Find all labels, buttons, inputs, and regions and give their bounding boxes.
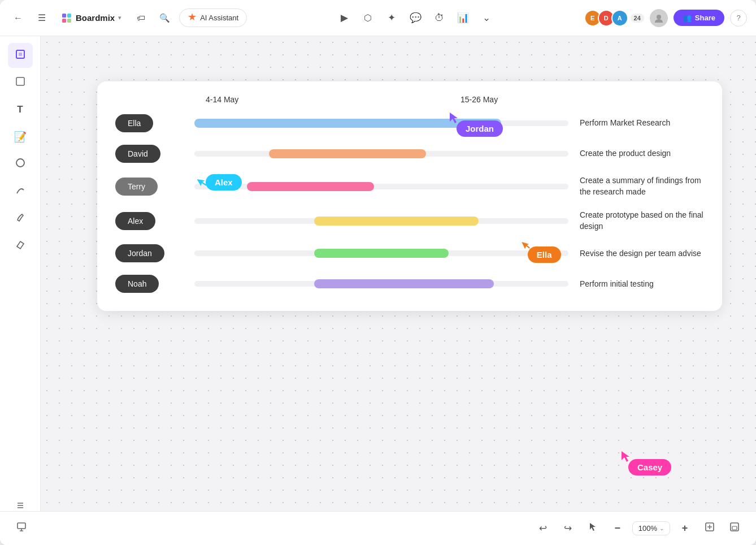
- svg-rect-24: [732, 526, 737, 530]
- sticky-icon: 📝: [14, 131, 27, 143]
- share-button[interactable]: 👥 Share: [674, 10, 724, 26]
- timer-icon: ⏱: [435, 12, 444, 24]
- sidebar-item-sticky[interactable]: 📝: [8, 124, 33, 149]
- help-button[interactable]: ?: [730, 10, 747, 27]
- undo-icon: ↩: [539, 522, 547, 534]
- gantt-label-noah: Noah: [115, 275, 194, 293]
- stickynote-icon: ✦: [388, 12, 396, 24]
- sidebar-item-eraser[interactable]: [8, 233, 33, 258]
- svg-rect-2: [62, 19, 66, 23]
- present-button[interactable]: ▶: [334, 8, 354, 28]
- more-tools-button[interactable]: ⌄: [476, 8, 497, 28]
- frame-icon: [15, 49, 26, 63]
- svg-rect-7: [16, 77, 24, 85]
- undo-button[interactable]: ↩: [533, 518, 553, 539]
- person-pill-jordan: Jordan: [115, 244, 164, 262]
- sidebar-item-shape[interactable]: [8, 152, 33, 176]
- text-icon: T: [17, 104, 23, 115]
- svg-rect-0: [62, 14, 66, 18]
- ai-assistant-button[interactable]: AI Assistant: [179, 8, 247, 27]
- search-icon: 🔍: [159, 13, 170, 23]
- gantt-task-jordan: Revise the design per team advise: [580, 248, 704, 259]
- zoom-chevron-icon: ⌄: [659, 525, 664, 531]
- zoom-out-button[interactable]: −: [607, 518, 628, 539]
- chart-button[interactable]: 📊: [453, 8, 473, 28]
- avatar-count: 24: [631, 14, 644, 23]
- menu-button[interactable]: ☰: [33, 9, 51, 27]
- topbar: ← ☰ Boardmix ▾ 🏷 🔍: [0, 0, 756, 36]
- zoom-out-icon: −: [614, 522, 620, 534]
- zoom-control[interactable]: 100% ⌄: [632, 521, 670, 535]
- sticky-notes-button[interactable]: ✦: [381, 8, 402, 28]
- fit-view-button[interactable]: [699, 518, 720, 539]
- gantt-bar-noah: [314, 279, 494, 288]
- chevron-down-icon: ⌄: [483, 12, 490, 24]
- fit-view-icon: [705, 522, 715, 535]
- timer-button[interactable]: ⏱: [429, 8, 449, 28]
- eraser-icon: [15, 239, 26, 253]
- gantt-task-alex: Create prototype based on the final desi…: [580, 210, 704, 232]
- gantt-row-jordan: Jordan Ella Revise the design per team a…: [115, 244, 704, 262]
- sidebar-item-select[interactable]: [8, 70, 33, 95]
- gantt-chart: 4-14 May 15-26 May Ella Perform Market R…: [97, 81, 722, 311]
- collaborators-avatars: E D A 24: [584, 10, 644, 27]
- cursor-jordan-area: Jordan: [447, 113, 460, 127]
- redo-button[interactable]: ↪: [558, 518, 578, 539]
- help-icon: ?: [736, 14, 740, 22]
- boardmix-icon: [61, 12, 72, 24]
- gantt-bar-area-terry: [194, 179, 568, 194]
- gantt-task-terry: Create a summary of findings from the re…: [580, 175, 704, 197]
- presentation-icon: [16, 521, 27, 535]
- gantt-row-ella: Ella Perform Market Research: [115, 114, 704, 132]
- gantt-bar-terry: [247, 182, 374, 191]
- person-pill-ella: Ella: [115, 114, 153, 132]
- search-button[interactable]: 🔍: [155, 9, 173, 27]
- gantt-bar-jordan: [314, 249, 449, 258]
- cursor-button[interactable]: ⬡: [358, 8, 378, 28]
- cursor-casey-area: Casey: [619, 451, 632, 466]
- tag-button[interactable]: 🏷: [132, 9, 150, 27]
- cursor-label-jordan: Jordan: [457, 120, 503, 137]
- chart-icon: 📊: [457, 12, 469, 24]
- canvas-area[interactable]: 4-14 May 15-26 May Ella Perform Market R…: [41, 36, 756, 511]
- gantt-row-terry: Terry Create a summary of findings from …: [115, 175, 704, 197]
- gantt-row-alex: Alex Create prototype based on the final…: [115, 210, 704, 232]
- gantt-row-noah: Noah Perform initial testing: [115, 275, 704, 293]
- user-avatar[interactable]: [650, 9, 668, 27]
- line-icon: [15, 184, 26, 198]
- brand-logo[interactable]: Boardmix ▾: [57, 10, 126, 26]
- redo-icon: ↪: [564, 522, 572, 534]
- cursor-label-ella: Ella: [528, 246, 561, 263]
- sidebar-item-pen[interactable]: [8, 206, 33, 231]
- svg-marker-19: [590, 523, 596, 531]
- back-button[interactable]: ←: [9, 9, 27, 27]
- pen-icon: [15, 211, 26, 226]
- ai-label: AI Assistant: [200, 14, 238, 22]
- gantt-bar-area-david: [194, 146, 568, 162]
- svg-rect-16: [18, 523, 25, 529]
- cursor-mode-button[interactable]: [583, 518, 603, 539]
- sidebar-item-line[interactable]: [8, 179, 33, 204]
- minimap-button[interactable]: [724, 518, 745, 539]
- presentation-button[interactable]: [11, 518, 32, 539]
- comment-button[interactable]: 💬: [405, 8, 425, 28]
- gantt-bar-alex: [314, 217, 479, 226]
- sidebar-item-text[interactable]: T: [8, 97, 33, 122]
- svg-rect-1: [67, 14, 71, 18]
- sidebar-item-frame[interactable]: [8, 43, 33, 68]
- person-pill-david: David: [115, 145, 160, 163]
- gantt-label-david: David: [115, 145, 194, 163]
- svg-rect-6: [19, 53, 22, 56]
- gantt-bar-david: [269, 149, 426, 158]
- gantt-bar-area-jordan: Ella: [194, 245, 568, 261]
- svg-point-8: [16, 159, 24, 167]
- comment-icon: 💬: [410, 12, 422, 24]
- brand-chevron-icon: ▾: [118, 14, 121, 21]
- svg-marker-14: [450, 113, 458, 123]
- back-icon: ←: [14, 13, 23, 23]
- ai-icon: [188, 12, 197, 23]
- zoom-in-button[interactable]: +: [675, 518, 695, 539]
- left-sidebar: T 📝: [0, 36, 41, 545]
- gantt-task-ella: Perform Market Research: [580, 118, 704, 129]
- play-icon: ▶: [341, 12, 348, 24]
